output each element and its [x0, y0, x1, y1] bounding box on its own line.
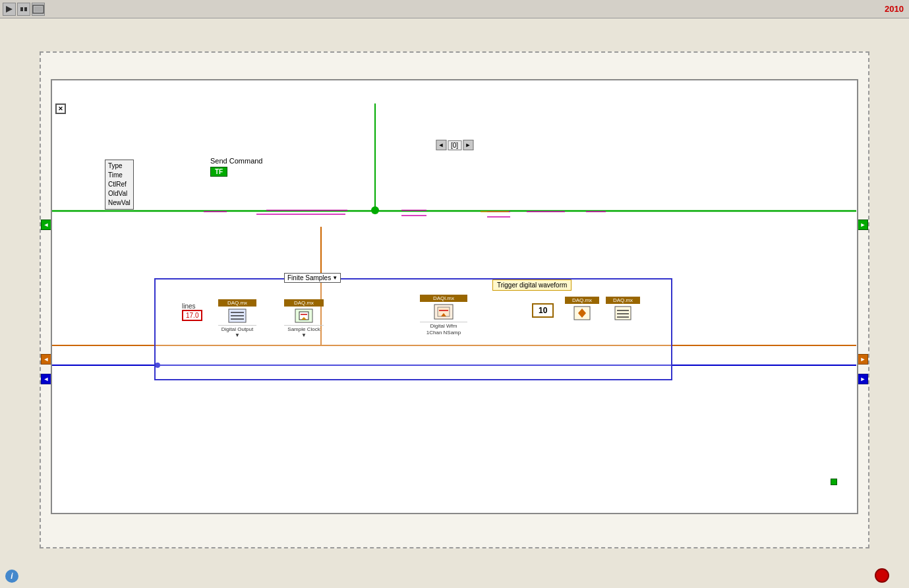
- finite-samples-label: Finite Samples: [287, 274, 331, 281]
- finite-samples-area: Finite Samples ▼: [284, 273, 341, 283]
- number-10[interactable]: 10: [532, 303, 554, 318]
- stop-button[interactable]: [875, 568, 889, 583]
- finite-samples-dropdown[interactable]: Finite Samples ▼: [284, 273, 341, 283]
- digital-output-node: DAQ.mx Digital Output ▼: [218, 299, 256, 339]
- lines-area: lines 17.0: [182, 303, 202, 321]
- trigger-label: Trigger digital waveform: [492, 279, 572, 291]
- daqmx-label-wfm: Digital Wfm1Chan NSamp: [420, 322, 467, 336]
- scroll-left-btn[interactable]: ◄: [436, 140, 446, 150]
- send-command-label: Send Command: [210, 157, 263, 165]
- daqmx-right-node-1: DAQ.mx: [565, 297, 599, 322]
- svg-rect-1: [20, 7, 23, 11]
- event-type: Type: [108, 162, 131, 171]
- toolbar: 2010: [0, 0, 909, 18]
- daqmx-label-sample-clock[interactable]: Sample Clock ▼: [284, 325, 324, 339]
- finite-samples-arrow: ▼: [332, 275, 337, 281]
- svg-rect-4: [34, 7, 42, 12]
- daqmx-body-1: [218, 307, 256, 325]
- daqmx-body-r1: [565, 304, 599, 322]
- toolbar-icon-1[interactable]: [3, 3, 16, 16]
- lines-value[interactable]: 17.0: [182, 310, 202, 321]
- outer-frame: ◄ ► ◄ ► ◄ ►: [40, 51, 869, 548]
- daqmx-body-wfm: [420, 302, 467, 322]
- event-time: Time: [108, 171, 131, 180]
- event-oldval: OldVal: [108, 189, 131, 198]
- year-label: 2010: [885, 4, 904, 14]
- sample-clock-node: DAQ.mx Sample Clock ▼: [284, 299, 324, 339]
- info-icon[interactable]: i: [5, 570, 18, 583]
- connector-green-right[interactable]: ►: [858, 220, 868, 230]
- scroll-indicator-area: ◄ [0] ►: [436, 140, 473, 150]
- green-junction: [371, 206, 379, 214]
- event-newval: NewVal: [108, 198, 131, 208]
- digital-wfm-node: DAQl.mx Digital Wfm1Chan NSamp: [420, 295, 467, 336]
- daqmx-body-r2: [606, 304, 640, 322]
- lines-label: lines: [182, 303, 202, 310]
- scroll-value[interactable]: [0]: [448, 140, 461, 150]
- daqmx-label-digital-output[interactable]: Digital Output ▼: [218, 325, 256, 339]
- main-canvas: ◄ ► ◄ ► ◄ ►: [0, 18, 909, 588]
- connector-orange-left[interactable]: ◄: [41, 354, 51, 365]
- connector-orange-right[interactable]: ►: [858, 354, 868, 365]
- connector-blue-right[interactable]: ►: [858, 374, 868, 384]
- send-command-area: Send Command TF: [210, 157, 263, 177]
- daqmx-header-1: DAQ.mx: [218, 299, 256, 307]
- event-ctlref: CtlRef: [108, 180, 131, 189]
- daqmx-header-r2: DAQ.mx: [606, 297, 640, 304]
- event-struct: Type Time CtlRef OldVal NewVal: [105, 160, 134, 210]
- daqmx-header-wfm: DAQl.mx: [420, 295, 467, 302]
- number-10-area: 10: [532, 303, 554, 318]
- tf-box: TF: [210, 167, 227, 177]
- collapse-icon[interactable]: ✕: [55, 103, 66, 114]
- scroll-right-btn[interactable]: ►: [463, 140, 473, 150]
- toolbar-icon-3[interactable]: [32, 3, 45, 16]
- daqmx-header-r1: DAQ.mx: [565, 297, 599, 304]
- svg-marker-0: [6, 6, 13, 13]
- bottom-green-terminal: [831, 479, 837, 485]
- svg-rect-35: [615, 307, 631, 320]
- toolbar-icon-2[interactable]: [17, 3, 30, 16]
- daqmx-header-2: DAQ.mx: [284, 299, 324, 307]
- connector-green-left[interactable]: ◄: [41, 220, 51, 230]
- connector-blue-left[interactable]: ◄: [41, 374, 51, 384]
- inner-panel: ◄ [0] ► ✕ Type Time CtlRef OldVal NewVal…: [51, 79, 858, 514]
- sub-diagram: Finite Samples ▼ lines 17.0 DAQ.mx: [154, 278, 672, 380]
- svg-rect-2: [24, 7, 27, 11]
- daqmx-right-node-2: DAQ.mx: [606, 297, 640, 322]
- daqmx-body-2: [284, 307, 324, 325]
